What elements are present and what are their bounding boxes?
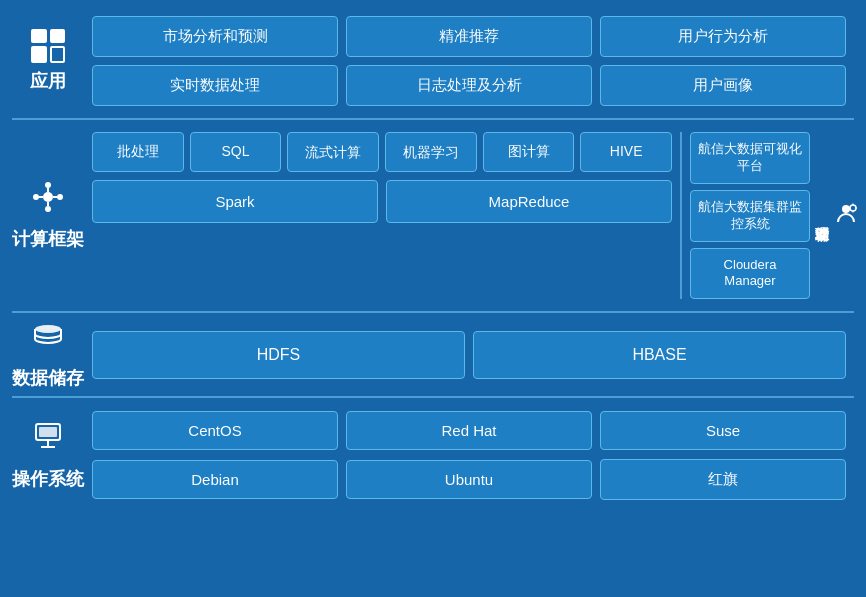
compute-icon (31, 180, 65, 221)
svg-point-0 (43, 192, 53, 202)
chip-side-0[interactable]: 航信大数据可视化平台 (690, 132, 810, 184)
compute-top-chips: 批处理 SQL 流式计算 机器学习 图计算 HIVE (92, 132, 672, 172)
apps-label-text: 应用 (30, 69, 66, 93)
chip-compute-top-4[interactable]: 图计算 (483, 132, 575, 172)
apps-icon (31, 29, 65, 63)
chip-app-0[interactable]: 市场分析和预测 (92, 16, 338, 57)
chip-compute-top-5[interactable]: HIVE (580, 132, 672, 172)
svg-point-15 (35, 325, 61, 333)
chip-compute-bot-0[interactable]: Spark (92, 180, 378, 223)
chip-app-3[interactable]: 实时数据处理 (92, 65, 338, 106)
chip-os-3[interactable]: Debian (92, 460, 338, 499)
svg-point-2 (45, 206, 51, 212)
compute-bottom-chips: Spark MapReduce (92, 180, 672, 223)
apps-content: 市场分析和预测 精准推荐 用户行为分析 实时数据处理 日志处理及分析 用户画像 (84, 10, 854, 112)
os-label-text: 操作系统 (12, 467, 84, 491)
svg-rect-19 (39, 427, 57, 437)
compute-label-text: 计算框架 (12, 227, 84, 251)
compute-label: 计算框架 (12, 126, 84, 305)
apps-label: 应用 (12, 10, 84, 112)
chip-storage-0[interactable]: HDFS (92, 331, 465, 379)
chip-compute-top-1[interactable]: SQL (190, 132, 282, 172)
chip-side-2[interactable]: Cloudera Manager (690, 248, 810, 300)
svg-point-3 (33, 194, 39, 200)
chip-os-1[interactable]: Red Hat (346, 411, 592, 450)
chip-os-2[interactable]: Suse (600, 411, 846, 450)
svg-point-4 (57, 194, 63, 200)
aux-person-icon (835, 202, 857, 229)
svg-point-10 (850, 205, 856, 211)
compute-main: 批处理 SQL 流式计算 机器学习 图计算 HIVE Spark MapRedu… (92, 132, 672, 299)
chip-os-0[interactable]: CentOS (92, 411, 338, 450)
chip-app-5[interactable]: 用户画像 (600, 65, 846, 106)
os-content: CentOS Red Hat Suse Debian Ubuntu 红旗 (84, 404, 854, 506)
chip-storage-1[interactable]: HBASE (473, 331, 846, 379)
chip-compute-bot-1[interactable]: MapReduce (386, 180, 672, 223)
chip-app-4[interactable]: 日志处理及分析 (346, 65, 592, 106)
chip-app-2[interactable]: 用户行为分析 (600, 16, 846, 57)
svg-point-1 (45, 182, 51, 188)
aux-management-label: 辅助管理 (818, 126, 854, 305)
chip-compute-top-0[interactable]: 批处理 (92, 132, 184, 172)
svg-point-9 (842, 205, 850, 213)
storage-label-text: 数据储存 (12, 366, 84, 390)
chip-side-1[interactable]: 航信大数据集群监控系统 (690, 190, 810, 242)
main-container: 应用 市场分析和预测 精准推荐 用户行为分析 实时数据处理 日志处理及分析 用户… (0, 0, 866, 597)
os-icon (31, 420, 65, 461)
compute-side: 航信大数据可视化平台 航信大数据集群监控系统 Cloudera Manager (680, 132, 810, 299)
os-section: 操作系统 CentOS Red Hat Suse Debian Ubuntu 红… (12, 404, 854, 512)
apps-section: 应用 市场分析和预测 精准推荐 用户行为分析 实时数据处理 日志处理及分析 用户… (12, 10, 854, 120)
compute-section: 计算框架 批处理 SQL 流式计算 机器学习 图计算 HIVE Spark Ma… (12, 126, 854, 313)
chip-compute-top-2[interactable]: 流式计算 (287, 132, 379, 172)
storage-section: 数据储存 HDFS HBASE (12, 319, 854, 398)
storage-label: 数据储存 (12, 319, 84, 390)
storage-content: HDFS HBASE (84, 319, 854, 390)
storage-icon (31, 319, 65, 360)
chip-app-1[interactable]: 精准推荐 (346, 16, 592, 57)
chip-os-4[interactable]: Ubuntu (346, 460, 592, 499)
compute-inner: 批处理 SQL 流式计算 机器学习 图计算 HIVE Spark MapRedu… (84, 126, 818, 305)
chip-os-5[interactable]: 红旗 (600, 459, 846, 500)
os-label: 操作系统 (12, 404, 84, 506)
chip-compute-top-3[interactable]: 机器学习 (385, 132, 477, 172)
